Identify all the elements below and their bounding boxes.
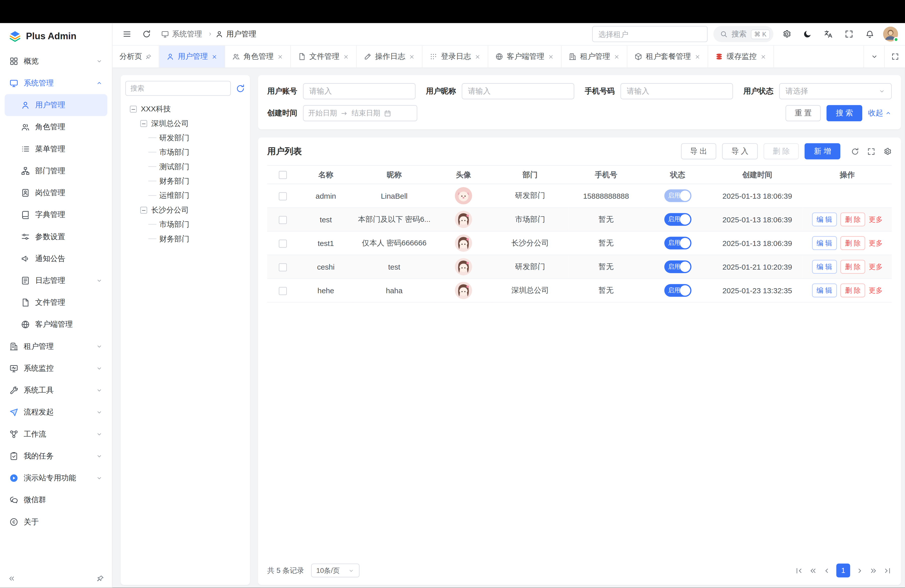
filter-input[interactable]: 请输入 <box>303 83 416 99</box>
row-checkbox[interactable] <box>279 216 287 224</box>
more-button[interactable]: 更多 <box>869 238 883 248</box>
delete-button[interactable]: 删 除 <box>840 260 865 273</box>
tree-node[interactable]: 研发部门 <box>125 130 245 145</box>
status-toggle[interactable]: 启用 <box>664 260 691 273</box>
sidebar-item[interactable]: 部门管理 <box>5 160 107 182</box>
language-button[interactable] <box>821 27 836 42</box>
table-fullscreen-icon[interactable] <box>867 147 875 156</box>
collapse-sidebar-icon[interactable] <box>8 574 16 582</box>
sidebar-item[interactable]: 微信群 <box>5 489 107 511</box>
tree-node[interactable]: 运维部门 <box>125 188 245 202</box>
tree-collapse-icon[interactable] <box>130 105 137 113</box>
sidebar-item[interactable]: 参数设置 <box>5 226 107 248</box>
tab[interactable]: 缓存监控 <box>708 46 774 67</box>
add-user-button[interactable]: 新 增 <box>805 143 840 159</box>
sidebar-item[interactable]: 流程发起 <box>5 401 107 423</box>
sidebar-item[interactable]: 用户管理 <box>5 94 107 116</box>
tab[interactable]: 文件管理 <box>291 46 357 67</box>
column-settings-icon[interactable] <box>883 147 892 156</box>
sidebar-item[interactable]: 日志管理 <box>5 270 107 291</box>
tab[interactable]: 分析页 <box>113 46 159 67</box>
current-page[interactable]: 1 <box>837 564 850 577</box>
close-tab-icon[interactable] <box>408 53 415 60</box>
close-tab-icon[interactable] <box>475 53 481 60</box>
theme-toggle-button[interactable] <box>800 27 815 42</box>
tab[interactable]: 租户管理 <box>562 46 627 67</box>
more-button[interactable]: 更多 <box>869 215 883 224</box>
sidebar-item[interactable]: 演示站专用功能 <box>5 467 107 489</box>
tab-list-dropdown-button[interactable] <box>864 46 884 67</box>
more-button[interactable]: 更多 <box>869 286 883 295</box>
import-button[interactable]: 导 入 <box>722 143 757 159</box>
collapse-filter-button[interactable]: 收起 <box>868 108 892 118</box>
tree-node[interactable]: 市场部门 <box>125 145 245 159</box>
tab[interactable]: 角色管理 <box>225 46 291 67</box>
close-tab-icon[interactable] <box>760 53 767 60</box>
next-page-icon[interactable] <box>856 566 864 575</box>
fullscreen-button[interactable] <box>841 27 856 42</box>
delete-button[interactable]: 删 除 <box>840 236 865 250</box>
tree-collapse-icon[interactable] <box>140 207 147 213</box>
tab[interactable]: 操作日志 <box>357 46 422 67</box>
filter-input[interactable]: 请输入 <box>621 83 733 99</box>
tree-node[interactable]: 测试部门 <box>125 159 245 174</box>
more-button[interactable]: 更多 <box>869 262 883 272</box>
search-button[interactable]: 搜 索 <box>827 105 862 121</box>
row-checkbox[interactable] <box>279 192 287 200</box>
tab[interactable]: 登录日志 <box>422 46 489 67</box>
next-5-pages-icon[interactable] <box>869 566 878 575</box>
page-size-select[interactable]: 10条/页 <box>311 564 359 577</box>
tree-collapse-icon[interactable] <box>140 120 147 127</box>
row-checkbox[interactable] <box>279 263 287 271</box>
select-all-checkbox[interactable] <box>279 171 287 179</box>
refresh-table-icon[interactable] <box>851 147 859 156</box>
user-avatar[interactable] <box>883 27 898 42</box>
prev-page-icon[interactable] <box>822 566 831 575</box>
filter-input[interactable]: 请选择 <box>779 83 892 99</box>
tab[interactable]: 租户套餐管理 <box>627 46 708 67</box>
breadcrumb-item[interactable]: 用户管理 <box>215 29 256 39</box>
tab[interactable]: 用户管理 <box>159 46 225 67</box>
sidebar-item[interactable]: 岗位管理 <box>5 182 107 204</box>
sidebar-item[interactable]: 文件管理 <box>5 291 107 313</box>
tree-node[interactable]: 深圳总公司 <box>125 116 245 130</box>
filter-input[interactable]: 请输入 <box>462 83 575 99</box>
sidebar-item[interactable]: 租户管理 <box>5 335 107 358</box>
status-toggle[interactable]: 启用 <box>664 189 691 202</box>
status-toggle[interactable]: 启用 <box>664 213 691 226</box>
reset-button[interactable]: 重 置 <box>785 105 821 121</box>
tenant-select-input[interactable] <box>592 26 707 42</box>
sidebar-item[interactable]: 角色管理 <box>5 116 107 138</box>
sidebar-item[interactable]: 客户端管理 <box>5 314 107 335</box>
delete-button[interactable]: 删 除 <box>840 213 865 226</box>
sidebar-item[interactable]: 我的任务 <box>5 445 107 467</box>
tree-node[interactable]: 市场部门 <box>125 217 245 231</box>
edit-button[interactable]: 编 辑 <box>812 260 837 273</box>
global-search[interactable]: 搜索 ⌘ K <box>713 26 773 42</box>
notifications-button[interactable] <box>862 27 877 42</box>
status-toggle[interactable]: 启用 <box>664 237 691 250</box>
sidebar-item[interactable]: 通知公告 <box>5 248 107 270</box>
refresh-page-button[interactable] <box>139 27 154 42</box>
row-checkbox[interactable] <box>279 240 287 248</box>
sidebar-item[interactable]: 菜单管理 <box>5 138 107 160</box>
close-tab-icon[interactable] <box>614 53 620 60</box>
tree-node[interactable]: 财务部门 <box>125 174 245 188</box>
date-range-input[interactable]: 开始日期 结束日期 <box>303 105 417 121</box>
sidebar-item[interactable]: 系统工具 <box>5 379 107 401</box>
pin-sidebar-icon[interactable] <box>96 574 104 582</box>
edit-button[interactable]: 编 辑 <box>812 213 837 226</box>
first-page-icon[interactable] <box>795 566 803 575</box>
settings-button[interactable] <box>779 27 794 42</box>
tree-search-input[interactable] <box>125 81 231 96</box>
tree-refresh-icon[interactable] <box>235 84 245 93</box>
close-tab-icon[interactable] <box>343 53 349 60</box>
last-page-icon[interactable] <box>883 566 892 575</box>
sidebar-item[interactable]: 系统监控 <box>5 358 107 379</box>
menu-toggle-button[interactable] <box>119 27 135 42</box>
breadcrumb-item[interactable]: 系统管理 <box>161 29 213 39</box>
sidebar-item[interactable]: 系统管理 <box>5 72 107 94</box>
delete-button[interactable]: 删 除 <box>840 283 865 297</box>
close-tab-icon[interactable] <box>211 53 218 60</box>
export-button[interactable]: 导 出 <box>681 143 716 159</box>
